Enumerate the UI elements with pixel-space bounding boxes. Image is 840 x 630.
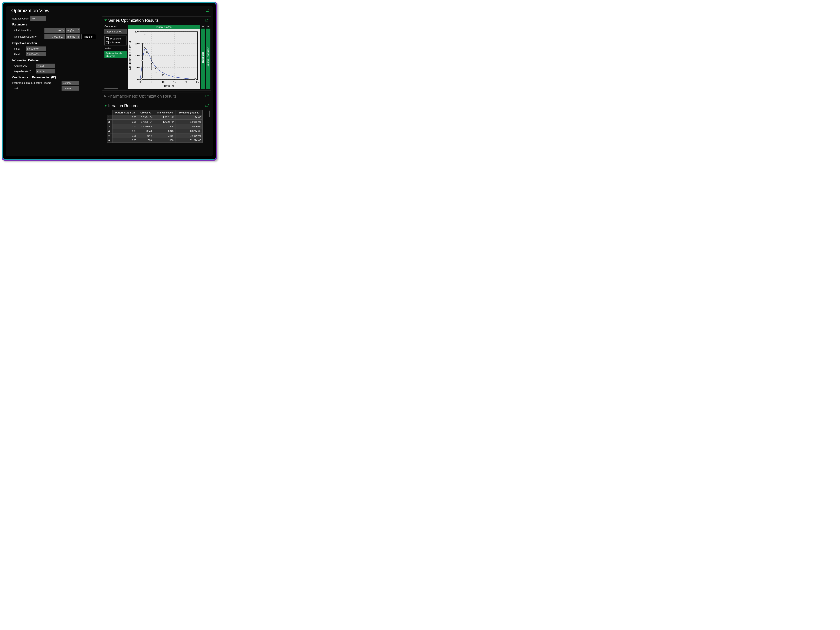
initial-solubility-label: Initial Solubility: [14, 29, 43, 32]
initial-solubility-unit-select[interactable]: mg/mL ▴▾: [66, 28, 80, 33]
bic-label: Bayesian (BIC): [14, 70, 35, 73]
series-label: Series: [104, 47, 127, 50]
svg-point-51: [146, 51, 148, 53]
legend-predicted[interactable]: Predicted: [106, 37, 125, 40]
r2-row1-value: 0.9945: [62, 81, 79, 85]
plot-settings-strip[interactable]: + Plot Settings: [201, 25, 205, 89]
export-icon[interactable]: [205, 19, 209, 22]
iteration-table[interactable]: Pattern Step SizeObjectiveTrial Objectiv…: [107, 110, 202, 143]
table-row[interactable]: 30.051.432e+043848.1.986e-05: [107, 124, 202, 129]
svg-text:Time (h): Time (h): [164, 84, 174, 88]
table-row[interactable]: 40.053848.3848.3.821e-05: [107, 129, 202, 134]
svg-text:0: 0: [139, 81, 141, 83]
pk-panel-title: Pharmacokinetic Optimization Results: [107, 94, 177, 99]
unit-value: mg/mL: [67, 29, 75, 32]
spinner-icon: ▴▾: [78, 35, 79, 38]
svg-text:25: 25: [196, 81, 199, 83]
horizontal-scrollbar[interactable]: [104, 88, 118, 89]
right-column: Series Optimization Results Compound: [102, 16, 211, 155]
objective-initial-value: 5.692e+04: [26, 46, 46, 51]
svg-text:100: 100: [134, 54, 139, 57]
initial-solubility-row: Initial Solubility mg/mL ▴▾: [12, 28, 98, 33]
spinner-icon: ▴▾: [78, 29, 79, 32]
chevron-right-icon: [104, 95, 106, 98]
series-panel-toggle[interactable]: Series Optimization Results: [104, 18, 159, 23]
optimized-solubility-row: Optimized Solubility mg/mL ▴▾ Transfer: [12, 34, 98, 39]
initial-solubility-input[interactable]: [44, 28, 65, 33]
r2-heading: Coefficients of Determination (R²): [12, 76, 98, 79]
svg-point-47: [144, 47, 146, 49]
optimized-solubility-unit-select[interactable]: mg/mL ▴▾: [66, 34, 80, 39]
compound-select[interactable]: Propranolol HC ▴▾: [104, 29, 127, 34]
compound-value: Propranolol HC: [106, 30, 122, 33]
checkbox-icon[interactable]: [106, 41, 109, 44]
aic-value: -40.25: [36, 63, 55, 68]
optimized-solubility-input[interactable]: [44, 34, 65, 39]
iteration-panel-title: Iteration Records: [108, 103, 139, 108]
table-row[interactable]: 60.051088.1088.7.122e-05: [107, 138, 202, 143]
checkbox-icon[interactable]: [106, 37, 109, 40]
svg-point-59: [155, 67, 157, 69]
svg-text:5: 5: [151, 81, 152, 83]
spinner-icon: ▴▾: [125, 30, 125, 33]
objective-final-value: 5.085e-03: [26, 52, 46, 57]
chart-container: Plots / Graphs 0510152025050100150200Tim…: [128, 25, 200, 89]
r2-row2-label: Total: [12, 87, 60, 90]
transfer-button[interactable]: Transfer: [81, 34, 96, 39]
svg-point-55: [151, 62, 153, 63]
export-icon[interactable]: [206, 9, 210, 12]
svg-text:10: 10: [162, 81, 164, 83]
additional-features-strip[interactable]: + Additional Features: [206, 25, 210, 89]
table-row[interactable]: 20.051.432e+041.432e+041.986e-05: [107, 120, 202, 124]
iteration-count-row: Iteration Count 49: [12, 16, 98, 20]
iteration-count-value: 49: [30, 16, 46, 20]
svg-point-43: [142, 60, 144, 61]
svg-text:50: 50: [136, 66, 139, 69]
svg-text:20: 20: [185, 81, 187, 83]
export-icon[interactable]: [205, 104, 209, 107]
table-row[interactable]: 10.055.692e+041.432e+041e-05: [107, 115, 202, 120]
export-icon[interactable]: [205, 94, 209, 98]
svg-point-67: [194, 79, 196, 80]
svg-text:Concentration (ng/mL): Concentration (ng/mL): [128, 41, 132, 70]
iteration-count-label: Iteration Count: [12, 17, 29, 20]
aic-label: Akaike (AIC): [14, 64, 35, 67]
pk-panel-toggle[interactable]: Pharmacokinetic Optimization Results: [104, 94, 177, 99]
objective-initial-label: Initial: [14, 47, 24, 50]
series-optimization-panel: Series Optimization Results Compound: [102, 16, 211, 91]
series-panel-title: Series Optimization Results: [108, 18, 159, 23]
objective-heading: Objective Function: [12, 42, 98, 45]
chevron-down-icon: [104, 105, 107, 107]
svg-point-63: [162, 74, 164, 76]
titlebar: Optimization View: [6, 6, 213, 16]
svg-text:150: 150: [134, 42, 139, 45]
svg-text:200: 200: [134, 30, 139, 33]
bic-value: -38.09: [36, 69, 55, 74]
optimization-view-window: Optimization View Iteration Count 49 Par…: [6, 6, 213, 156]
objective-final-label: Final: [14, 53, 24, 56]
unit-value: mg/mL: [67, 35, 75, 38]
concentration-time-chart[interactable]: 0510152025050100150200Time (h)Concentrat…: [128, 29, 200, 89]
r2-row1-label: Propranolol HCl Exposure Plasma: [12, 81, 60, 84]
svg-point-39: [141, 79, 142, 80]
plus-icon[interactable]: +: [201, 25, 205, 28]
vertical-scrollbar[interactable]: [209, 110, 210, 117]
info-criterion-heading: Information Criterion: [12, 59, 98, 62]
compound-label: Compound: [104, 25, 127, 28]
iteration-panel-toggle[interactable]: Iteration Records: [104, 103, 139, 108]
plus-icon[interactable]: +: [206, 25, 210, 28]
legend-observed[interactable]: Observed: [106, 41, 125, 44]
table-row[interactable]: 50.053848.1088.3.821e-05: [107, 134, 202, 138]
left-column: Iteration Count 49 Parameters Initial So…: [8, 16, 100, 155]
chevron-down-icon: [104, 19, 107, 21]
iteration-records-panel: Iteration Records Pattern Step SizeObjec…: [102, 102, 211, 155]
optimized-solubility-label: Optimized Solubility: [14, 35, 43, 38]
page-title: Optimization View: [11, 8, 50, 13]
chart-tab[interactable]: Plots / Graphs: [128, 25, 200, 29]
r2-row2-value: 0.9945: [62, 86, 79, 91]
pk-optimization-panel: Pharmacokinetic Optimization Results: [102, 92, 211, 100]
parameters-heading: Parameters: [12, 23, 98, 26]
legend-box: Predicted Observed: [104, 36, 127, 46]
svg-text:15: 15: [173, 81, 176, 83]
series-select[interactable]: Systemic Circulati.. Observed: [104, 51, 127, 58]
